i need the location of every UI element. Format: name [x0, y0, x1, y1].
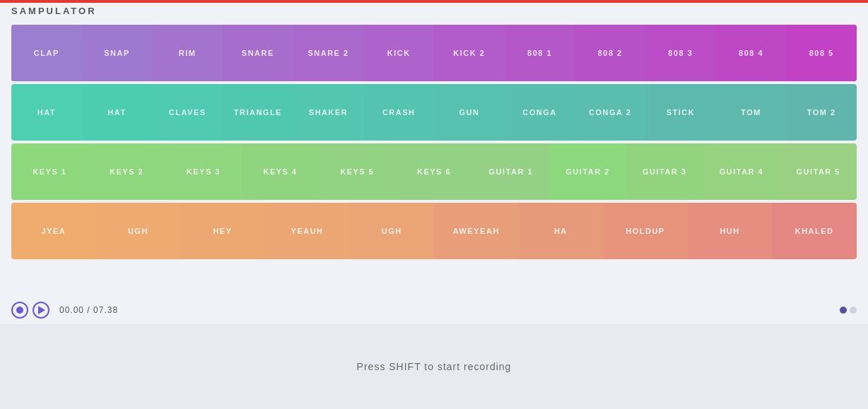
pad-808-3[interactable]: 808 3 — [645, 25, 716, 81]
pad-snare-2[interactable]: SNARE 2 — [293, 25, 364, 81]
indicator-dot-1 — [840, 307, 847, 314]
pad-808-1[interactable]: 808 1 — [505, 25, 575, 81]
pad-stick[interactable]: STICK — [645, 84, 716, 141]
pad-conga[interactable]: CONGA — [505, 84, 575, 141]
pad-clap[interactable]: CLAP — [11, 25, 82, 81]
pad-keys-4[interactable]: KEYS 4 — [242, 143, 319, 200]
pad-ugh[interactable]: UGH — [96, 203, 181, 259]
record-icon — [16, 307, 23, 314]
pad-area: CLAPSNAPRIMSNARESNARE 2KICKKICK 2808 180… — [0, 22, 868, 296]
header: SAMPULATOR — [0, 0, 868, 22]
bottom-controls: 00.00 / 07.38 — [0, 296, 868, 324]
pad-hat[interactable]: HAT — [11, 84, 82, 141]
pad-row-3: KEYS 1KEYS 2KEYS 3KEYS 4KEYS 5KEYS 6GUIT… — [11, 143, 857, 200]
pad-aweyeah[interactable]: AWEYEAH — [434, 203, 519, 259]
pad-snare[interactable]: SNARE — [223, 25, 293, 81]
app: SAMPULATOR CLAPSNAPRIMSNARESNARE 2KICKKI… — [0, 0, 868, 409]
pad-conga-2[interactable]: CONGA 2 — [575, 84, 645, 141]
pad-808-4[interactable]: 808 4 — [716, 25, 787, 81]
pad-ha[interactable]: HA — [519, 203, 604, 259]
pad-hat[interactable]: HAT — [82, 84, 153, 141]
pad-keys-3[interactable]: KEYS 3 — [165, 143, 242, 200]
timer-display: 00.00 / 07.38 — [59, 305, 118, 315]
pad-kick-2[interactable]: KICK 2 — [434, 25, 505, 81]
pad-guitar-4[interactable]: GUITAR 4 — [703, 143, 780, 200]
transport: 00.00 / 07.38 — [11, 302, 118, 319]
pad-keys-6[interactable]: KEYS 6 — [396, 143, 473, 200]
pad-gun[interactable]: GUN — [434, 84, 505, 141]
play-icon — [38, 306, 45, 314]
pad-kick[interactable]: KICK — [363, 25, 434, 81]
pad-holdup[interactable]: HOLDUP — [603, 203, 688, 259]
pad-claves[interactable]: CLAVES — [152, 84, 223, 141]
pad-guitar-5[interactable]: GUITAR 5 — [780, 143, 857, 200]
pad-jyea[interactable]: JYEA — [11, 203, 96, 259]
pad-guitar-3[interactable]: GUITAR 3 — [626, 143, 703, 200]
pad-keys-1[interactable]: KEYS 1 — [11, 143, 88, 200]
record-button[interactable] — [11, 302, 28, 319]
pad-shaker[interactable]: SHAKER — [293, 84, 364, 141]
pad-808-5[interactable]: 808 5 — [786, 25, 857, 81]
right-indicator — [840, 307, 857, 314]
pad-triangle[interactable]: TRIANGLE — [223, 84, 293, 141]
pad-yeauh[interactable]: YEAUH — [265, 203, 350, 259]
pad-snap[interactable]: SNAP — [82, 25, 153, 81]
pad-row-2: HATHATCLAVESTRIANGLESHAKERCRASHGUNCONGAC… — [11, 84, 857, 141]
pad-keys-2[interactable]: KEYS 2 — [88, 143, 165, 200]
pad-row-4: JYEAUGHHEYYEAUHUGHAWEYEAHHAHOLDUPHUHKHAL… — [11, 203, 857, 259]
indicator-dot-2 — [850, 307, 857, 314]
pad-crash[interactable]: CRASH — [363, 84, 434, 141]
waveform-area: Press SHIFT to start recording — [0, 324, 868, 409]
app-logo: SAMPULATOR — [11, 6, 97, 16]
pad-guitar-2[interactable]: GUITAR 2 — [549, 143, 626, 200]
pad-tom[interactable]: TOM — [716, 84, 787, 141]
pad-ugh[interactable]: UGH — [349, 203, 434, 259]
pad-tom-2[interactable]: TOM 2 — [786, 84, 857, 141]
pad-808-2[interactable]: 808 2 — [575, 25, 645, 81]
play-button[interactable] — [33, 302, 49, 319]
recording-hint: Press SHIFT to start recording — [357, 361, 512, 372]
pad-guitar-1[interactable]: GUITAR 1 — [472, 143, 549, 200]
pad-row-1: CLAPSNAPRIMSNARESNARE 2KICKKICK 2808 180… — [11, 25, 857, 81]
pad-huh[interactable]: HUH — [688, 203, 773, 259]
pad-hey[interactable]: HEY — [180, 203, 265, 259]
pad-khaled[interactable]: KHALED — [772, 203, 857, 259]
pad-keys-5[interactable]: KEYS 5 — [319, 143, 396, 200]
pad-rim[interactable]: RIM — [152, 25, 223, 81]
